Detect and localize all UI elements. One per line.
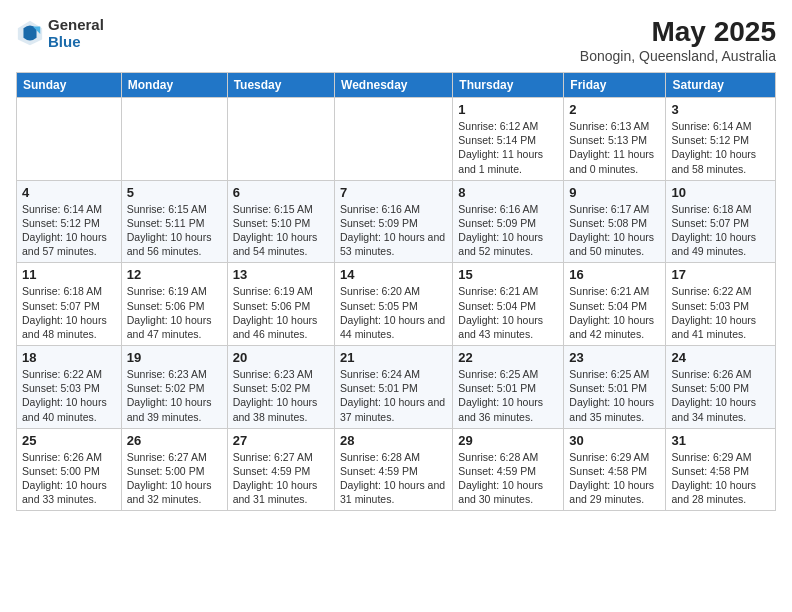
calendar-cell: 2Sunrise: 6:13 AM Sunset: 5:13 PM Daylig… (564, 98, 666, 181)
calendar-cell: 5Sunrise: 6:15 AM Sunset: 5:11 PM Daylig… (121, 180, 227, 263)
calendar-cell: 9Sunrise: 6:17 AM Sunset: 5:08 PM Daylig… (564, 180, 666, 263)
calendar-cell (335, 98, 453, 181)
day-number: 19 (127, 350, 222, 365)
calendar-cell: 7Sunrise: 6:16 AM Sunset: 5:09 PM Daylig… (335, 180, 453, 263)
day-content: Sunrise: 6:14 AM Sunset: 5:12 PM Dayligh… (671, 119, 770, 176)
day-content: Sunrise: 6:15 AM Sunset: 5:11 PM Dayligh… (127, 202, 222, 259)
calendar-cell: 31Sunrise: 6:29 AM Sunset: 4:58 PM Dayli… (666, 428, 776, 511)
day-content: Sunrise: 6:26 AM Sunset: 5:00 PM Dayligh… (671, 367, 770, 424)
calendar-week-row: 11Sunrise: 6:18 AM Sunset: 5:07 PM Dayli… (17, 263, 776, 346)
calendar-cell: 1Sunrise: 6:12 AM Sunset: 5:14 PM Daylig… (453, 98, 564, 181)
day-content: Sunrise: 6:16 AM Sunset: 5:09 PM Dayligh… (340, 202, 447, 259)
day-content: Sunrise: 6:21 AM Sunset: 5:04 PM Dayligh… (458, 284, 558, 341)
calendar-cell: 21Sunrise: 6:24 AM Sunset: 5:01 PM Dayli… (335, 346, 453, 429)
calendar-cell (121, 98, 227, 181)
day-number: 14 (340, 267, 447, 282)
calendar-cell: 14Sunrise: 6:20 AM Sunset: 5:05 PM Dayli… (335, 263, 453, 346)
day-content: Sunrise: 6:27 AM Sunset: 5:00 PM Dayligh… (127, 450, 222, 507)
day-number: 17 (671, 267, 770, 282)
calendar-cell: 8Sunrise: 6:16 AM Sunset: 5:09 PM Daylig… (453, 180, 564, 263)
calendar-cell: 30Sunrise: 6:29 AM Sunset: 4:58 PM Dayli… (564, 428, 666, 511)
logo-blue: Blue (48, 33, 104, 50)
day-number: 18 (22, 350, 116, 365)
day-content: Sunrise: 6:23 AM Sunset: 5:02 PM Dayligh… (233, 367, 329, 424)
day-content: Sunrise: 6:18 AM Sunset: 5:07 PM Dayligh… (22, 284, 116, 341)
day-content: Sunrise: 6:18 AM Sunset: 5:07 PM Dayligh… (671, 202, 770, 259)
calendar-week-row: 25Sunrise: 6:26 AM Sunset: 5:00 PM Dayli… (17, 428, 776, 511)
calendar-cell (17, 98, 122, 181)
calendar-cell: 29Sunrise: 6:28 AM Sunset: 4:59 PM Dayli… (453, 428, 564, 511)
day-content: Sunrise: 6:23 AM Sunset: 5:02 PM Dayligh… (127, 367, 222, 424)
calendar-header-row: SundayMondayTuesdayWednesdayThursdayFrid… (17, 73, 776, 98)
calendar-cell: 28Sunrise: 6:28 AM Sunset: 4:59 PM Dayli… (335, 428, 453, 511)
day-content: Sunrise: 6:20 AM Sunset: 5:05 PM Dayligh… (340, 284, 447, 341)
title-block: May 2025 Bonogin, Queensland, Australia (580, 16, 776, 64)
day-content: Sunrise: 6:19 AM Sunset: 5:06 PM Dayligh… (127, 284, 222, 341)
day-content: Sunrise: 6:28 AM Sunset: 4:59 PM Dayligh… (458, 450, 558, 507)
day-content: Sunrise: 6:17 AM Sunset: 5:08 PM Dayligh… (569, 202, 660, 259)
day-content: Sunrise: 6:16 AM Sunset: 5:09 PM Dayligh… (458, 202, 558, 259)
day-content: Sunrise: 6:14 AM Sunset: 5:12 PM Dayligh… (22, 202, 116, 259)
day-number: 6 (233, 185, 329, 200)
logo-text: General Blue (48, 16, 104, 50)
day-content: Sunrise: 6:26 AM Sunset: 5:00 PM Dayligh… (22, 450, 116, 507)
day-number: 25 (22, 433, 116, 448)
day-number: 21 (340, 350, 447, 365)
calendar-week-row: 4Sunrise: 6:14 AM Sunset: 5:12 PM Daylig… (17, 180, 776, 263)
day-header-tuesday: Tuesday (227, 73, 334, 98)
day-content: Sunrise: 6:22 AM Sunset: 5:03 PM Dayligh… (22, 367, 116, 424)
day-number: 2 (569, 102, 660, 117)
calendar-cell: 17Sunrise: 6:22 AM Sunset: 5:03 PM Dayli… (666, 263, 776, 346)
day-number: 4 (22, 185, 116, 200)
logo-icon (16, 19, 44, 47)
calendar-week-row: 18Sunrise: 6:22 AM Sunset: 5:03 PM Dayli… (17, 346, 776, 429)
day-number: 9 (569, 185, 660, 200)
day-number: 16 (569, 267, 660, 282)
day-number: 30 (569, 433, 660, 448)
day-number: 10 (671, 185, 770, 200)
day-number: 26 (127, 433, 222, 448)
day-content: Sunrise: 6:25 AM Sunset: 5:01 PM Dayligh… (569, 367, 660, 424)
location-subtitle: Bonogin, Queensland, Australia (580, 48, 776, 64)
day-content: Sunrise: 6:25 AM Sunset: 5:01 PM Dayligh… (458, 367, 558, 424)
day-number: 12 (127, 267, 222, 282)
day-number: 22 (458, 350, 558, 365)
logo-general: General (48, 16, 104, 33)
calendar-cell: 13Sunrise: 6:19 AM Sunset: 5:06 PM Dayli… (227, 263, 334, 346)
calendar-cell: 4Sunrise: 6:14 AM Sunset: 5:12 PM Daylig… (17, 180, 122, 263)
calendar-cell: 22Sunrise: 6:25 AM Sunset: 5:01 PM Dayli… (453, 346, 564, 429)
day-content: Sunrise: 6:24 AM Sunset: 5:01 PM Dayligh… (340, 367, 447, 424)
day-header-friday: Friday (564, 73, 666, 98)
day-content: Sunrise: 6:19 AM Sunset: 5:06 PM Dayligh… (233, 284, 329, 341)
calendar-cell: 16Sunrise: 6:21 AM Sunset: 5:04 PM Dayli… (564, 263, 666, 346)
day-number: 5 (127, 185, 222, 200)
calendar-cell: 11Sunrise: 6:18 AM Sunset: 5:07 PM Dayli… (17, 263, 122, 346)
logo: General Blue (16, 16, 104, 50)
day-content: Sunrise: 6:29 AM Sunset: 4:58 PM Dayligh… (671, 450, 770, 507)
day-content: Sunrise: 6:28 AM Sunset: 4:59 PM Dayligh… (340, 450, 447, 507)
calendar-cell (227, 98, 334, 181)
calendar-cell: 25Sunrise: 6:26 AM Sunset: 5:00 PM Dayli… (17, 428, 122, 511)
day-number: 23 (569, 350, 660, 365)
calendar-cell: 6Sunrise: 6:15 AM Sunset: 5:10 PM Daylig… (227, 180, 334, 263)
calendar-cell: 19Sunrise: 6:23 AM Sunset: 5:02 PM Dayli… (121, 346, 227, 429)
day-content: Sunrise: 6:21 AM Sunset: 5:04 PM Dayligh… (569, 284, 660, 341)
day-number: 20 (233, 350, 329, 365)
day-number: 29 (458, 433, 558, 448)
calendar-table: SundayMondayTuesdayWednesdayThursdayFrid… (16, 72, 776, 511)
page-header: General Blue May 2025 Bonogin, Queenslan… (16, 16, 776, 64)
day-header-thursday: Thursday (453, 73, 564, 98)
day-number: 28 (340, 433, 447, 448)
calendar-cell: 10Sunrise: 6:18 AM Sunset: 5:07 PM Dayli… (666, 180, 776, 263)
calendar-cell: 18Sunrise: 6:22 AM Sunset: 5:03 PM Dayli… (17, 346, 122, 429)
day-number: 7 (340, 185, 447, 200)
calendar-cell: 15Sunrise: 6:21 AM Sunset: 5:04 PM Dayli… (453, 263, 564, 346)
day-header-monday: Monday (121, 73, 227, 98)
calendar-cell: 26Sunrise: 6:27 AM Sunset: 5:00 PM Dayli… (121, 428, 227, 511)
day-number: 11 (22, 267, 116, 282)
day-number: 13 (233, 267, 329, 282)
day-header-saturday: Saturday (666, 73, 776, 98)
day-content: Sunrise: 6:15 AM Sunset: 5:10 PM Dayligh… (233, 202, 329, 259)
day-number: 3 (671, 102, 770, 117)
day-number: 31 (671, 433, 770, 448)
